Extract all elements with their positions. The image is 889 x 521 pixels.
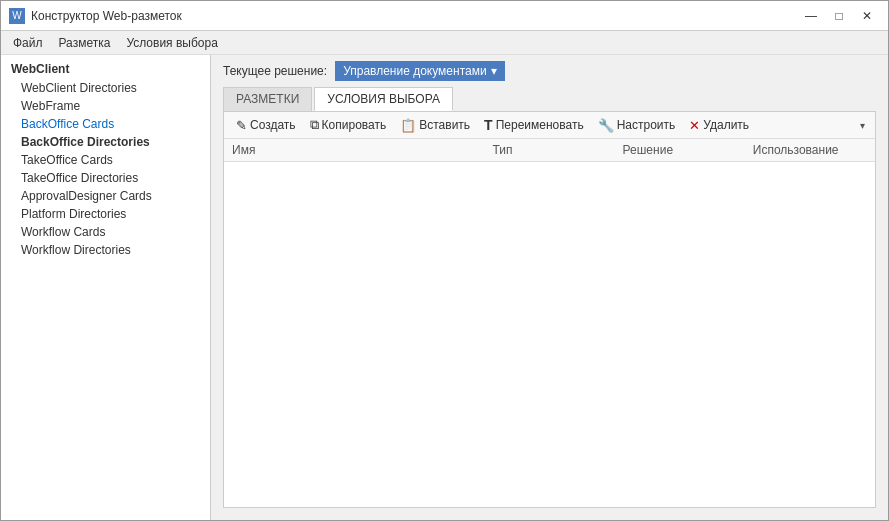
solution-dropdown[interactable]: Управление документами ▾	[335, 61, 505, 81]
solution-dropdown-arrow: ▾	[491, 64, 497, 78]
col-name[interactable]: Имя	[224, 139, 484, 162]
sidebar-item-approvaldesigner-cards[interactable]: ApprovalDesigner Cards	[1, 187, 210, 205]
main-window: W Конструктор Web-разметок — □ ✕ Файл Ра…	[0, 0, 889, 521]
sidebar-item-webclient-directories[interactable]: WebClient Directories	[1, 79, 210, 97]
configure-icon: 🔧	[598, 118, 614, 133]
main-layout: WebClient WebClient Directories WebFrame…	[1, 55, 888, 520]
create-icon: ✎	[236, 118, 247, 133]
paste-icon: 📋	[400, 118, 416, 133]
app-icon: W	[9, 8, 25, 24]
create-button[interactable]: ✎ Создать	[230, 116, 302, 135]
menu-razmetka[interactable]: Разметка	[51, 34, 119, 52]
tab-usloviya[interactable]: УСЛОВИЯ ВЫБОРА	[314, 87, 453, 111]
paste-button[interactable]: 📋 Вставить	[394, 116, 476, 135]
main-table: Имя Тип Решение Использование	[224, 139, 875, 162]
toolbar-scroll-arrow[interactable]: ▾	[856, 118, 869, 133]
sidebar-group-label: WebClient	[1, 59, 210, 79]
content-area: ✎ Создать ⧉ Копировать 📋 Вставить T Пере…	[223, 111, 876, 508]
tab-razmetki[interactable]: РАЗМЕТКИ	[223, 87, 312, 111]
copy-button[interactable]: ⧉ Копировать	[304, 115, 393, 135]
table-header-row: Имя Тип Решение Использование	[224, 139, 875, 162]
copy-label: Копировать	[322, 118, 387, 132]
menu-file[interactable]: Файл	[5, 34, 51, 52]
sidebar-item-backoffice-directories[interactable]: BackOffice Directories	[1, 133, 210, 151]
sidebar-item-workflow-cards[interactable]: Workflow Cards	[1, 223, 210, 241]
col-solution[interactable]: Решение	[615, 139, 745, 162]
header-area: Текущее решение: Управление документами …	[211, 55, 888, 87]
tabs-container: РАЗМЕТКИ УСЛОВИЯ ВЫБОРА	[211, 87, 888, 111]
title-bar-left: W Конструктор Web-разметок	[9, 8, 182, 24]
window-controls: — □ ✕	[798, 5, 880, 27]
menu-bar: Файл Разметка Условия выбора	[1, 31, 888, 55]
configure-label: Настроить	[617, 118, 676, 132]
paste-label: Вставить	[419, 118, 470, 132]
sidebar-item-takeoffice-directories[interactable]: TakeOffice Directories	[1, 169, 210, 187]
close-button[interactable]: ✕	[854, 5, 880, 27]
sidebar-item-platform-directories[interactable]: Platform Directories	[1, 205, 210, 223]
table-container: Имя Тип Решение Использование	[224, 139, 875, 507]
rename-icon: T	[484, 117, 493, 133]
sidebar-item-webframe[interactable]: WebFrame	[1, 97, 210, 115]
delete-label: Удалить	[703, 118, 749, 132]
solution-value: Управление документами	[343, 64, 487, 78]
rename-label: Переименовать	[496, 118, 584, 132]
toolbar: ✎ Создать ⧉ Копировать 📋 Вставить T Пере…	[224, 112, 875, 139]
delete-icon: ✕	[689, 118, 700, 133]
window-title: Конструктор Web-разметок	[31, 9, 182, 23]
col-usage[interactable]: Использование	[745, 139, 875, 162]
create-label: Создать	[250, 118, 296, 132]
rename-button[interactable]: T Переименовать	[478, 115, 590, 135]
delete-button[interactable]: ✕ Удалить	[683, 116, 755, 135]
configure-button[interactable]: 🔧 Настроить	[592, 116, 682, 135]
sidebar-item-backoffice-cards[interactable]: BackOffice Cards	[1, 115, 210, 133]
solution-label: Текущее решение:	[223, 64, 327, 78]
menu-usloviya[interactable]: Условия выбора	[118, 34, 225, 52]
maximize-button[interactable]: □	[826, 5, 852, 27]
sidebar-item-workflow-directories[interactable]: Workflow Directories	[1, 241, 210, 259]
title-bar: W Конструктор Web-разметок — □ ✕	[1, 1, 888, 31]
col-type[interactable]: Тип	[484, 139, 614, 162]
minimize-button[interactable]: —	[798, 5, 824, 27]
sidebar: WebClient WebClient Directories WebFrame…	[1, 55, 211, 520]
copy-icon: ⧉	[310, 117, 319, 133]
sidebar-item-takeoffice-cards[interactable]: TakeOffice Cards	[1, 151, 210, 169]
right-panel: Текущее решение: Управление документами …	[211, 55, 888, 520]
